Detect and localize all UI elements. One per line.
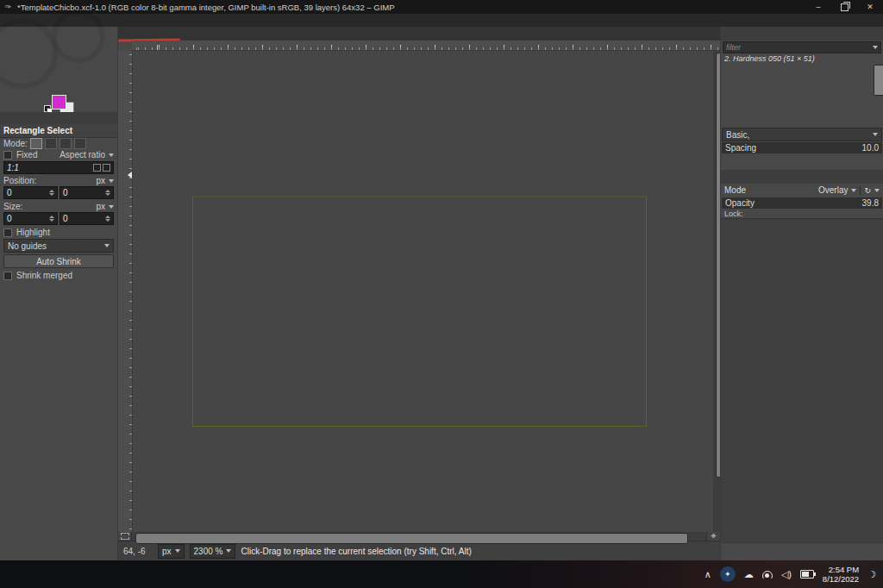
main-area: Rectangle Select Mode: Fixed Aspect rati…: [0, 27, 883, 560]
ratio-orientation-icons[interactable]: [93, 164, 110, 172]
aspect-ratio-value: 1:1: [7, 163, 19, 172]
mode-subtract-button[interactable]: [59, 138, 72, 149]
shrink-merged-label: Shrink merged: [16, 271, 72, 280]
layer-mode-row: Mode Overlay ↻: [721, 184, 883, 197]
navigation-button[interactable]: ✥: [706, 532, 720, 541]
titlebar: ✑ *TemplateChicbo.xcf-1.0 (RGB color 8-b…: [0, 0, 883, 14]
layer-mode-label: Mode: [724, 185, 746, 195]
fixed-type-dropdown[interactable]: Aspect ratio: [59, 150, 105, 160]
foreground-color-swatch[interactable]: [52, 95, 66, 109]
tool-options-footer: [0, 545, 117, 559]
image-canvas[interactable]: [133, 51, 713, 532]
zoom-dropdown[interactable]: 2300 %: [190, 544, 236, 559]
windows-taskbar: ∧ ✦ ☁ ◁) 2:54 PM 8/12/2022 ☽: [0, 560, 883, 588]
opacity-value: 39.8: [862, 198, 879, 208]
vertical-ruler[interactable]: [118, 51, 133, 532]
tool-options-panel: Rectangle Select Mode: Fixed Aspect rati…: [0, 124, 117, 281]
mode-replace-button[interactable]: [30, 138, 42, 149]
spacing-slider[interactable]: Spacing 10.0: [722, 142, 882, 153]
right-dock: filter 2. Hardness 050 (51 × 51) Basic, …: [720, 27, 883, 560]
vertical-scrollbar[interactable]: [713, 51, 720, 532]
layer-actions: [721, 542, 883, 560]
close-button[interactable]: ✕: [857, 0, 883, 14]
status-message: Click-Drag to replace the current select…: [241, 547, 471, 556]
position-unit-dropdown[interactable]: px: [96, 176, 114, 185]
chevron-down-icon: [109, 153, 114, 157]
volume-icon[interactable]: ◁): [781, 569, 792, 580]
chevron-down-icon: [109, 205, 114, 209]
brush-set-dropdown[interactable]: Basic,: [722, 128, 882, 141]
gimp-app-icon: ✑: [3, 3, 13, 12]
onedrive-icon[interactable]: ☁: [744, 569, 754, 580]
gimp-window: ✑ *TemplateChicbo.xcf-1.0 (RGB color 8-b…: [0, 0, 883, 588]
size-x-input[interactable]: 0: [3, 212, 58, 225]
highlight-label: Highlight: [16, 228, 50, 237]
canvas-area: ✥ 64, -6 px 2300 % Click-Drag to replace…: [118, 27, 720, 560]
brush-actions: [721, 153, 883, 171]
shrink-merged-row: Shrink merged: [0, 270, 117, 281]
system-tray: ∧ ✦ ☁ ◁) 2:54 PM 8/12/2022 ☽: [705, 565, 883, 584]
brush-set-value: Basic,: [726, 130, 749, 140]
layer-list: [721, 218, 883, 542]
filter-placeholder: filter: [726, 43, 741, 52]
menubar: [0, 14, 883, 27]
chevron-down-icon: [873, 133, 878, 136]
tray-chevron-icon[interactable]: ∧: [705, 569, 711, 580]
image-tab-strip: [118, 27, 720, 41]
spacing-label: Spacing: [725, 143, 756, 153]
highlight-row: Highlight: [0, 227, 117, 238]
quick-mask-toggle[interactable]: [118, 532, 132, 541]
layer-mode-dropdown[interactable]: Overlay: [818, 185, 848, 195]
auto-shrink-button[interactable]: Auto Shrink: [3, 254, 114, 268]
lock-label: Lock:: [724, 210, 743, 218]
size-y-input[interactable]: 0: [59, 212, 114, 225]
guides-value: No guides: [8, 241, 47, 251]
fixed-checkbox[interactable]: [3, 151, 12, 160]
chevron-down-icon: [873, 46, 878, 49]
mode-group-switch[interactable]: ↻: [864, 186, 871, 195]
chevron-down-icon: [104, 244, 110, 247]
fixed-label: Fixed: [16, 150, 37, 160]
brushes-dock-tabs: [721, 27, 883, 41]
mode-add-button[interactable]: [45, 138, 57, 149]
toolbox-dock: Rectangle Select Mode: Fixed Aspect rati…: [0, 27, 118, 560]
horizontal-ruler[interactable]: [132, 41, 720, 51]
tray-time: 2:54 PM: [823, 565, 859, 574]
chevron-down-icon: [851, 189, 856, 192]
steam-tray-icon[interactable]: ✦: [720, 566, 736, 582]
restore-button[interactable]: [831, 0, 857, 14]
tool-options-title: Rectangle Select: [0, 124, 117, 138]
position-x-input[interactable]: 0: [3, 186, 58, 199]
chevron-down-icon: [874, 189, 880, 192]
shrink-merged-checkbox[interactable]: [3, 272, 12, 280]
guides-dropdown[interactable]: No guides: [3, 239, 114, 253]
window-title: *TemplateChicbo.xcf-1.0 (RGB color 8-bit…: [17, 3, 395, 12]
highlight-checkbox[interactable]: [3, 228, 12, 237]
size-row: Size: px: [0, 201, 117, 212]
position-label: Position:: [3, 176, 36, 185]
pointer-position: 64, -6: [123, 547, 153, 556]
battery-icon[interactable]: [800, 570, 814, 579]
wifi-icon[interactable]: [762, 571, 773, 579]
image-layer-rectangle[interactable]: [192, 196, 647, 427]
position-y-input[interactable]: 0: [59, 186, 114, 199]
tray-date: 8/12/2022: [823, 574, 859, 584]
size-unit-dropdown[interactable]: px: [96, 202, 114, 211]
mode-row: Mode:: [0, 138, 117, 149]
lock-row: Lock:: [721, 209, 883, 218]
chevron-down-icon: [109, 179, 114, 183]
spacing-value: 10.0: [862, 143, 879, 153]
size-label: Size:: [3, 202, 22, 211]
horizontal-scrollbar[interactable]: [132, 532, 706, 541]
mode-intersect-button[interactable]: [74, 138, 86, 149]
clock[interactable]: 2:54 PM 8/12/2022: [823, 565, 859, 584]
unit-dropdown[interactable]: px: [158, 544, 185, 559]
restore-icon: [841, 3, 849, 11]
default-colors-icon[interactable]: [44, 105, 51, 112]
aspect-ratio-input[interactable]: 1:1: [3, 161, 114, 174]
opacity-slider[interactable]: Opacity 39.8: [722, 197, 882, 209]
focus-assist-moon-icon[interactable]: ☽: [867, 569, 876, 580]
minimize-button[interactable]: –: [805, 0, 831, 14]
brush-filter-input[interactable]: filter: [723, 41, 881, 53]
ruler-pointer-marker: [128, 172, 132, 178]
